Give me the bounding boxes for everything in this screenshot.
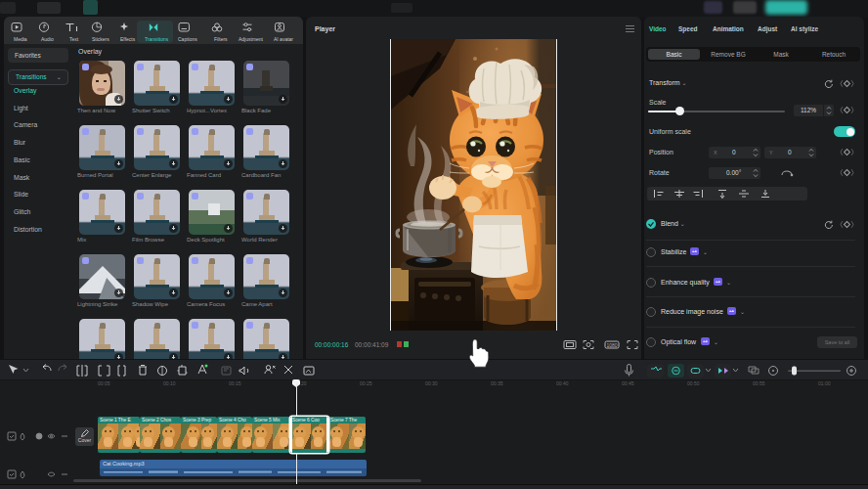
svg-text:1080: 1080 xyxy=(607,342,618,348)
